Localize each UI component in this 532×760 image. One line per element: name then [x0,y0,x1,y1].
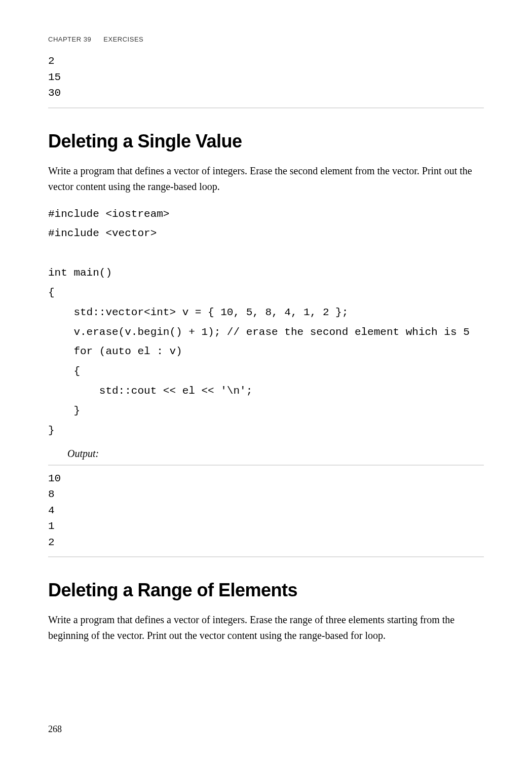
output-line: 2 [48,53,484,69]
output-line: 30 [48,85,484,101]
output-block-1: 10 8 4 1 2 [48,465,484,558]
section-paragraph-1: Write a program that defines a vector of… [48,163,484,195]
output-line: 2 [48,535,484,551]
chapter-number: CHAPTER 39 [48,35,91,43]
output-line: 1 [48,518,484,535]
output-label: Output: [67,448,484,460]
output-line: 15 [48,69,484,86]
output-block-top: 2 15 30 [48,53,484,108]
output-line: 10 [48,471,484,487]
page-header: CHAPTER 39 EXERCISES [48,35,484,43]
section-heading-1: Deleting a Single Value [48,131,484,152]
page-number: 268 [48,724,62,735]
output-line: 4 [48,503,484,519]
section-paragraph-2: Write a program that defines a vector of… [48,612,484,643]
output-line: 8 [48,486,484,503]
chapter-title: EXERCISES [103,35,143,43]
section-heading-2: Deleting a Range of Elements [48,580,484,601]
code-block-1: #include <iostream> #include <vector> in… [48,205,484,441]
